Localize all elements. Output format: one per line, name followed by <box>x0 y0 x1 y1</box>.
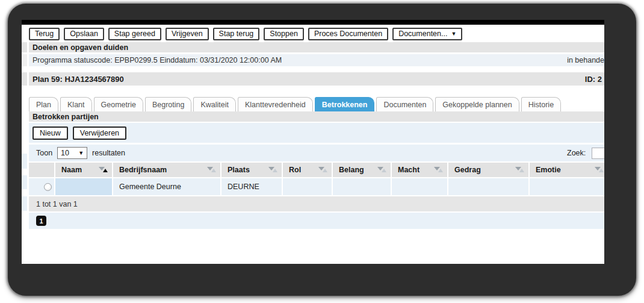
pagination-bar: 1 <box>29 213 604 229</box>
sort-both-icon <box>377 166 387 173</box>
sort-both-icon <box>434 166 444 173</box>
page-size-value: 10 <box>61 149 69 157</box>
table-header: Naam Bedrijfsnaam Plaats Rol Belang Mach… <box>29 163 604 177</box>
status-badge: in behande <box>567 56 604 64</box>
column-label: Plaats <box>228 166 250 174</box>
window-top-strip <box>22 20 604 25</box>
verwijderen-button[interactable]: Verwijderen <box>73 127 126 140</box>
sort-both-icon <box>318 166 328 173</box>
column-label: Emotie <box>536 166 561 174</box>
gutter-sliver <box>22 42 27 52</box>
program-status-text: Programma statuscode: EPBP0299.5 Einddat… <box>33 56 282 64</box>
tab-plan[interactable]: Plan <box>29 97 58 112</box>
tab-bar: Plan Klant Geometrie Begroting Kwaliteit… <box>29 96 604 112</box>
vrijgeven-button[interactable]: Vrijgeven <box>166 28 209 40</box>
process-title-bar: Doelen en opgaven duiden <box>29 42 604 52</box>
opslaan-button[interactable]: Opslaan <box>64 28 104 40</box>
column-header-emotie[interactable]: Emotie <box>530 163 604 177</box>
select-column-header <box>29 163 54 177</box>
stoppen-button[interactable]: Stoppen <box>264 28 304 40</box>
sort-both-icon <box>515 166 525 173</box>
app-window: Terug Opslaan Stap gereed Vrijgeven Stap… <box>22 20 604 264</box>
column-label: Rol <box>289 166 301 174</box>
toolbar: Terug Opslaan Stap gereed Vrijgeven Stap… <box>29 27 604 40</box>
table-row: Gemeente Deurne DEURNE <box>29 178 604 195</box>
tab-geometrie[interactable]: Geometrie <box>94 97 143 112</box>
search-group: Zoek: <box>567 145 604 161</box>
tab-begroting[interactable]: Begroting <box>145 97 192 112</box>
stap-gereed-button[interactable]: Stap gereed <box>108 28 161 40</box>
sort-both-icon <box>595 166 604 173</box>
gutter-sliver <box>22 196 27 211</box>
tab-historie[interactable]: Historie <box>521 97 561 112</box>
cell-bedrijfsnaam[interactable]: Gemeente Deurne <box>113 178 220 195</box>
panel-title-bar: Betrokken partijen <box>29 111 604 122</box>
tab-klanttevredenheid[interactable]: Klanttevredenheid <box>238 97 313 112</box>
panel-title: Betrokken partijen <box>33 113 99 121</box>
tab-documenten[interactable]: Documenten <box>376 97 433 112</box>
chevron-down-icon: ▼ <box>78 150 84 156</box>
stap-terug-button[interactable]: Stap terug <box>213 28 260 40</box>
column-label: Macht <box>398 166 420 174</box>
column-label: Bedrijfsnaam <box>119 166 167 174</box>
row-radio-button[interactable] <box>44 183 52 191</box>
column-label: Gedrag <box>454 166 481 174</box>
cell-rol[interactable] <box>283 178 332 195</box>
cell-naam[interactable] <box>55 178 112 195</box>
program-status-bar: Programma statuscode: EPBP0299.5 Einddat… <box>29 54 604 66</box>
cell-macht[interactable] <box>392 178 447 195</box>
column-label: Belang <box>339 166 364 174</box>
cell-emotie[interactable] <box>530 178 604 195</box>
column-header-belang[interactable]: Belang <box>333 163 391 177</box>
plan-id: ID: 2 <box>585 75 602 84</box>
column-header-bedrijfsnaam[interactable]: Bedrijfsnaam <box>113 163 220 177</box>
gutter-sliver <box>22 175 27 189</box>
show-label: Toon <box>36 149 52 157</box>
column-label: Naam <box>61 166 82 174</box>
documenten-dropdown-label: Documenten... <box>398 30 447 38</box>
nieuw-button[interactable]: Nieuw <box>33 127 68 140</box>
tab-gekoppelde-plannen[interactable]: Gekoppelde plannen <box>435 97 519 112</box>
plan-title: Plan 59: HJA1234567890 <box>33 75 124 84</box>
row-select-cell <box>29 178 54 195</box>
gutter-sliver <box>22 154 27 169</box>
search-input[interactable] <box>592 148 604 159</box>
list-controls: Toon 10 ▼ resultaten Zoek: <box>29 145 604 161</box>
process-title: Doelen en opgaven duiden <box>33 43 128 52</box>
tab-klant[interactable]: Klant <box>60 97 92 112</box>
plan-title-bar: Plan 59: HJA1234567890 ID: 2 <box>29 72 604 86</box>
results-label: resultaten <box>92 149 125 157</box>
sort-both-icon <box>207 166 217 173</box>
column-header-rol[interactable]: Rol <box>283 163 332 177</box>
terug-button[interactable]: Terug <box>29 28 60 40</box>
gutter-sliver <box>22 54 27 66</box>
proces-documenten-button[interactable]: Proces Documenten <box>308 28 388 40</box>
page-1-button[interactable]: 1 <box>36 216 46 226</box>
cell-plaats[interactable]: DEURNE <box>221 178 282 195</box>
results-summary: 1 tot 1 van 1 <box>36 200 78 208</box>
page-size-select[interactable]: 10 ▼ <box>57 147 87 159</box>
column-header-gedrag[interactable]: Gedrag <box>448 163 528 177</box>
panel-actions: Nieuw Verwijderen <box>29 123 604 143</box>
cell-belang[interactable] <box>333 178 391 195</box>
sort-both-icon <box>268 166 278 173</box>
search-label: Zoek: <box>567 149 586 157</box>
column-header-plaats[interactable]: Plaats <box>221 163 282 177</box>
results-summary-bar: 1 tot 1 van 1 <box>29 196 604 211</box>
column-header-naam[interactable]: Naam <box>55 163 112 177</box>
tab-betrokkenen[interactable]: Betrokkenen <box>315 97 375 112</box>
documenten-dropdown[interactable]: Documenten... ▼ <box>392 28 462 40</box>
tab-kwaliteit[interactable]: Kwaliteit <box>193 97 236 112</box>
chevron-down-icon: ▼ <box>451 31 456 37</box>
sort-asc-icon <box>99 166 108 173</box>
column-header-macht[interactable]: Macht <box>392 163 447 177</box>
cell-gedrag[interactable] <box>448 178 528 195</box>
gutter-sliver <box>22 72 27 86</box>
